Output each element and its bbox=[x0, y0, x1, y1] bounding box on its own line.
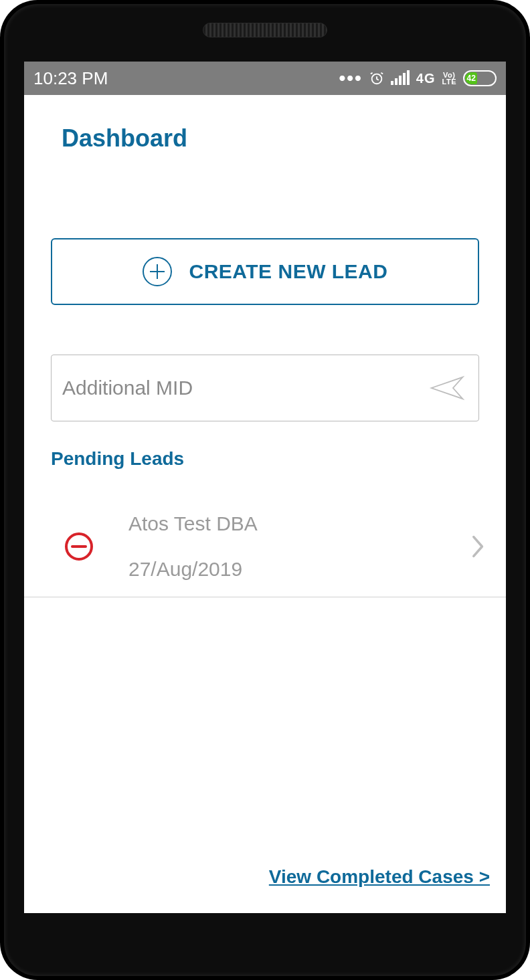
speaker-grill bbox=[203, 23, 327, 37]
lead-name: Atos Test DBA bbox=[128, 512, 436, 535]
additional-mid-field[interactable] bbox=[51, 355, 479, 421]
signal-icon bbox=[391, 72, 410, 85]
volte-icon: Vo) LTE bbox=[442, 72, 456, 85]
send-icon[interactable] bbox=[429, 373, 465, 403]
page-title: Dashboard bbox=[24, 95, 506, 153]
create-new-lead-button[interactable]: CREATE NEW LEAD bbox=[51, 238, 479, 305]
network-type: 4G bbox=[416, 71, 436, 86]
lead-text: Atos Test DBA 27/Aug/2019 bbox=[128, 512, 436, 581]
chevron-right-icon bbox=[471, 534, 486, 559]
app-content: Dashboard CREATE NEW LEAD Pending Leads … bbox=[24, 95, 506, 913]
battery-level: 42 bbox=[465, 72, 477, 84]
pending-lead-row[interactable]: Atos Test DBA 27/Aug/2019 bbox=[24, 499, 506, 597]
lead-date: 27/Aug/2019 bbox=[128, 558, 436, 581]
app-screen: 10:23 PM ••• 4G Vo) LTE 42 bbox=[24, 62, 506, 913]
create-new-lead-label: CREATE NEW LEAD bbox=[189, 260, 388, 283]
alarm-icon bbox=[369, 71, 384, 86]
device-frame: 10:23 PM ••• 4G Vo) LTE 42 bbox=[0, 0, 530, 980]
minus-circle-icon[interactable] bbox=[64, 532, 94, 561]
view-completed-cases-link[interactable]: View Completed Cases > bbox=[269, 866, 490, 888]
more-icon: ••• bbox=[339, 68, 362, 89]
plus-circle-icon bbox=[143, 257, 172, 286]
battery-icon: 42 bbox=[463, 70, 497, 86]
pending-leads-heading: Pending Leads bbox=[51, 448, 506, 470]
status-time: 10:23 PM bbox=[33, 68, 108, 89]
status-bar: 10:23 PM ••• 4G Vo) LTE 42 bbox=[24, 62, 506, 95]
additional-mid-input[interactable] bbox=[62, 377, 429, 399]
